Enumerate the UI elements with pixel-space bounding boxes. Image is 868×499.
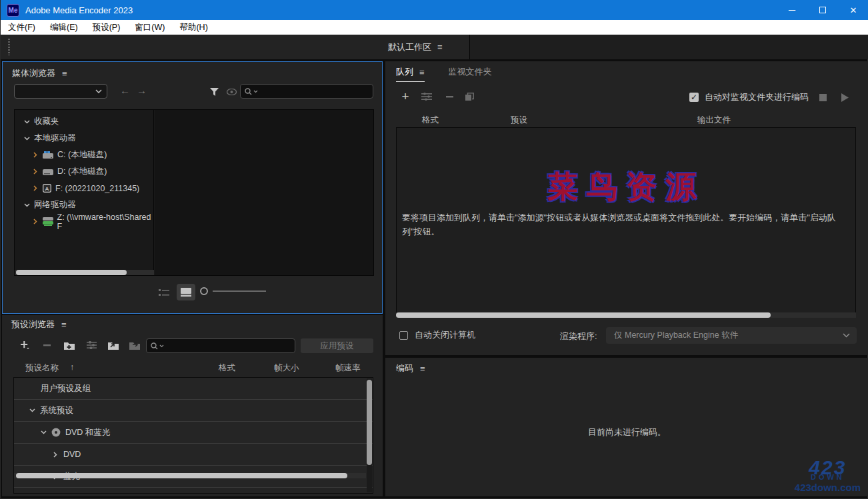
media-tree-hscrollbar[interactable] — [15, 270, 154, 275]
new-preset-group-icon[interactable] — [62, 338, 77, 352]
encoding-menu-icon[interactable]: ≡ — [420, 364, 425, 374]
preset-browser-title: 预设浏览器 — [11, 318, 55, 330]
menu-window[interactable]: 窗口(W) — [127, 20, 172, 35]
apply-preset-button[interactable]: 应用预设 — [301, 338, 373, 353]
maximize-button[interactable] — [807, 0, 838, 20]
svg-text:A: A — [45, 186, 49, 192]
queue-panel: 队列 ≡ 监视文件夹 + ✓ 自动对监视文件夹进行编码 — [385, 61, 868, 355]
renderer-label: 渲染程序: — [560, 330, 597, 342]
start-queue-icon[interactable] — [837, 90, 853, 105]
filter-icon[interactable] — [207, 85, 221, 99]
zoom-slider-track[interactable] — [213, 290, 266, 292]
site-watermark: 423 DOWN 423down.com — [795, 458, 861, 492]
workspace-tab-label: 默认工作区 — [388, 41, 431, 53]
add-output-icon[interactable] — [419, 89, 435, 104]
queue-table-header: 格式 预设 输出文件 — [385, 115, 868, 127]
add-preset-icon[interactable] — [18, 338, 33, 352]
col-queue-output: 输出文件 — [697, 115, 731, 126]
export-preset-icon[interactable] — [127, 338, 142, 352]
media-source-dropdown[interactable] — [14, 84, 107, 99]
media-search-input[interactable] — [240, 84, 373, 99]
thumbnail-view-button[interactable] — [177, 284, 195, 300]
tree-item-drive-f[interactable]: A F: (20221020_211345) — [15, 180, 153, 197]
tree-item-drive-z[interactable]: Z: (\\vmware-host\Shared F — [15, 213, 153, 230]
preset-row-user[interactable]: 用户预设及组 — [14, 378, 373, 400]
preset-search-input[interactable] — [146, 338, 295, 353]
menu-preset[interactable]: 预设(P) — [85, 20, 128, 35]
col-format[interactable]: 格式 — [219, 362, 235, 374]
queue-menu-icon[interactable]: ≡ — [419, 67, 425, 77]
chevron-right-icon[interactable] — [32, 185, 39, 191]
close-button[interactable]: ✕ — [838, 0, 868, 20]
auto-encode-label: 自动对监视文件夹进行编码 — [705, 91, 809, 103]
network-drive-icon — [43, 217, 53, 226]
chevron-right-icon[interactable] — [32, 219, 39, 225]
chevron-down-icon[interactable] — [23, 120, 30, 124]
tree-item-drive-d[interactable]: D: (本地磁盘) — [15, 163, 153, 180]
menu-help[interactable]: 帮助(H) — [172, 20, 215, 35]
tree-item-network-drives[interactable]: 网络驱动器 — [15, 197, 153, 213]
encoding-title: 编码 — [396, 362, 413, 374]
menu-file[interactable]: 文件(F) — [1, 20, 43, 35]
preset-browser-menu-icon[interactable]: ≡ — [61, 320, 67, 330]
col-frame-size[interactable]: 帧大小 — [274, 362, 299, 374]
zoom-slider-knob[interactable] — [200, 287, 208, 295]
chevron-down-icon[interactable] — [29, 408, 35, 412]
preset-row-dvd-bluray[interactable]: DVD 和蓝光 — [14, 422, 373, 444]
sort-up-icon[interactable]: ↑ — [70, 362, 74, 372]
forward-arrow-icon[interactable]: → — [137, 85, 147, 96]
preset-settings-icon[interactable] — [84, 338, 99, 352]
menu-edit[interactable]: 编辑(E) — [43, 20, 85, 35]
stop-queue-icon[interactable] — [815, 90, 831, 105]
menu-bar: 文件(F) 编辑(E) 预设(P) 窗口(W) 帮助(H) — [1, 20, 868, 35]
media-browser-menu-icon[interactable]: ≡ — [62, 69, 67, 79]
eye-icon[interactable] — [224, 85, 239, 99]
preset-table: 用户预设及组 系统预设 DVD 和蓝光 DVD 蓝光 — [13, 377, 373, 494]
auto-shutdown-checkbox[interactable] — [399, 331, 408, 340]
queue-hscrollbar[interactable] — [396, 312, 856, 318]
col-frame-rate[interactable]: 帧速率 — [335, 362, 361, 374]
chevron-right-icon[interactable] — [32, 169, 39, 175]
app-window: Me Adobe Media Encoder 2023 ─ ✕ 文件(F) 编辑… — [0, 0, 868, 499]
tab-queue[interactable]: 队列 ≡ — [396, 66, 425, 82]
chevron-down-icon[interactable] — [40, 430, 47, 434]
drive-c-icon — [43, 151, 53, 159]
col-queue-preset: 预设 — [511, 115, 527, 126]
duplicate-icon[interactable] — [461, 89, 477, 104]
preset-table-hscrollbar[interactable] — [14, 473, 366, 478]
title-bar: Me Adobe Media Encoder 2023 ─ ✕ — [1, 0, 868, 20]
encoding-empty-message: 目前尚未进行编码。 — [385, 426, 868, 438]
tree-item-local-drives[interactable]: 本地驱动器 — [15, 130, 153, 147]
import-preset-icon[interactable] — [106, 338, 121, 352]
chevron-down-icon[interactable] — [23, 203, 30, 207]
preset-row-system[interactable]: 系统预设 — [14, 400, 373, 422]
site-watermark-down: DOWN — [795, 474, 861, 481]
media-folder-tree: 收藏夹 本地驱动器 C: (本地磁盘) D: (本地磁盘) — [15, 110, 154, 275]
toolbar-grip-handle[interactable] — [8, 39, 10, 55]
minimize-button[interactable]: ─ — [777, 0, 807, 20]
queue-drop-area[interactable]: 菜鸟资源 要将项目添加到队列，请单击"添加源"按钮或者从媒体浏览器或桌面将文件拖… — [396, 127, 856, 315]
tree-item-drive-c[interactable]: C: (本地磁盘) — [15, 147, 153, 163]
col-preset-name[interactable]: 预设名称 — [25, 362, 59, 374]
disc-image-icon: A — [43, 184, 51, 193]
media-browser-content: 收藏夹 本地驱动器 C: (本地磁盘) D: (本地磁盘) — [14, 109, 374, 276]
app-logo-icon: Me — [7, 4, 19, 17]
auto-encode-checkbox[interactable]: ✓ — [689, 93, 699, 102]
tree-item-favorites[interactable]: 收藏夹 — [15, 113, 153, 130]
remove-preset-icon[interactable] — [39, 338, 54, 352]
chevron-right-icon[interactable] — [32, 152, 39, 158]
list-view-button[interactable] — [155, 284, 173, 300]
workspace-tab[interactable]: 默认工作区 ≡ — [376, 35, 455, 59]
chevron-right-icon[interactable] — [52, 452, 59, 458]
preset-table-vscrollbar[interactable] — [367, 378, 372, 492]
preset-row-dvd[interactable]: DVD — [14, 444, 373, 466]
add-source-icon[interactable]: + — [397, 89, 413, 104]
renderer-dropdown[interactable]: 仅 Mercury Playback Engine 软件 — [606, 327, 857, 344]
col-queue-format: 格式 — [422, 115, 439, 126]
auto-shutdown-label: 自动关闭计算机 — [415, 329, 475, 341]
workspace-menu-icon[interactable]: ≡ — [437, 42, 443, 52]
remove-source-icon[interactable] — [441, 89, 457, 104]
chevron-down-icon[interactable] — [23, 137, 30, 141]
back-arrow-icon[interactable]: ← — [120, 85, 130, 96]
tab-watch-folders[interactable]: 监视文件夹 — [449, 66, 492, 78]
